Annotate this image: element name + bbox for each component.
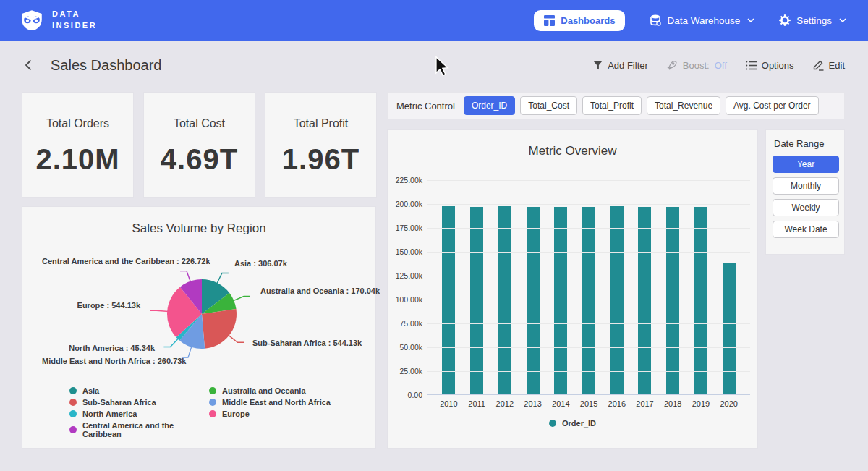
bar-2020[interactable] <box>723 263 736 394</box>
legend-dot <box>209 410 216 417</box>
gridline <box>427 276 750 276</box>
y-axis-tick: 75.00k <box>388 319 422 328</box>
legend-label: Central America and the Caribbean <box>82 421 209 438</box>
pie-legend-item-middle-east-and-north-africa[interactable]: Middle East and North Africa <box>209 398 359 407</box>
metric-button-avg-cost-per-order[interactable]: Avg. Cost per Order <box>726 96 819 115</box>
pie-legend-item-asia[interactable]: Asia <box>69 386 209 395</box>
gridline <box>427 228 750 229</box>
x-axis-label-2010: 2010 <box>435 399 463 408</box>
y-axis-tick: 0.00 <box>388 391 422 399</box>
metric-button-total-profit[interactable]: Total_Profit <box>582 96 642 115</box>
legend-dot <box>69 426 77 433</box>
kpi-label: Total Profit <box>294 117 349 130</box>
owl-logo-icon <box>19 9 45 31</box>
gridline <box>427 323 750 324</box>
boost-state: Off <box>715 60 727 71</box>
kpi-value: 4.69T <box>161 143 238 176</box>
pie-leader-line <box>150 310 169 311</box>
nav-settings-label: Settings <box>796 15 832 26</box>
pie-legend: AsiaAustralia and OceaniaSub-Saharan Afr… <box>69 386 359 438</box>
legend-label: Europe <box>222 410 250 418</box>
pie-legend-item-sub-saharan-africa[interactable]: Sub-Saharan Africa <box>69 398 209 407</box>
pie-callout-middle-east-and-north-africa: Middle East and North Africa : 260.73k <box>42 357 179 365</box>
kpi-value: 1.96T <box>282 143 359 176</box>
date-range-label: Date Range <box>773 138 838 149</box>
pie-callout-europe: Europe : 544.13k <box>42 301 140 310</box>
y-axis-tick: 225.00k <box>388 176 422 184</box>
edit-button[interactable]: Edit <box>813 59 845 71</box>
metric-button-total-revenue[interactable]: Total_Revenue <box>647 96 720 115</box>
x-axis-label-2017: 2017 <box>631 399 659 408</box>
pencil-icon <box>813 59 824 71</box>
metric-button-order-id[interactable]: Order_ID <box>464 96 515 115</box>
chevron-down-icon <box>839 18 846 22</box>
date-range-week-date-button[interactable]: Week Date <box>773 221 839 238</box>
database-icon <box>650 14 661 26</box>
y-axis-tick: 150.00k <box>388 247 422 256</box>
nav-settings[interactable]: Settings <box>779 14 846 26</box>
gridline <box>427 347 750 348</box>
pie-legend-item-australia-and-oceania[interactable]: Australia and Oceania <box>209 386 359 395</box>
kpi-label: Total Orders <box>46 117 109 130</box>
legend-label: Sub-Saharan Africa <box>82 398 156 407</box>
options-button[interactable]: Options <box>746 60 794 71</box>
boost-toggle[interactable]: Boost: Off <box>667 60 727 71</box>
pie-slice-sub-saharan-africa[interactable] <box>202 309 237 349</box>
gridline <box>427 300 750 300</box>
page-header: Sales Dashboard Add Filter Boost: Off <box>0 41 868 90</box>
x-axis-label-2011: 2011 <box>463 399 491 408</box>
bar-chart-title: Metric Overview <box>388 144 757 158</box>
pie-legend-item-europe[interactable]: Europe <box>209 410 359 418</box>
add-filter-button[interactable]: Add Filter <box>593 60 648 71</box>
dashboard-grid-icon <box>544 15 555 26</box>
boost-label: Boost: <box>683 60 710 71</box>
y-axis-tick: 25.00k <box>388 367 422 375</box>
bar-chart-x-axis: 2010201120122013201420152016201720182019… <box>427 399 750 408</box>
pie-legend-item-north-america[interactable]: North America <box>69 410 209 418</box>
options-label: Options <box>762 60 794 71</box>
chevron-down-icon <box>747 18 754 22</box>
bar-legend-label: Order_ID <box>562 419 596 428</box>
date-range-monthly-button[interactable]: Monthly <box>773 177 839 195</box>
kpi-card-total-profit: Total Profit 1.96T <box>265 92 377 198</box>
bar-chart-legend[interactable]: Order_ID <box>388 419 757 428</box>
kpi-value: 2.10M <box>35 143 119 176</box>
nav-dashboards-button[interactable]: Dashboards <box>534 10 625 31</box>
date-range-year-button[interactable]: Year <box>773 156 839 173</box>
y-axis-tick: 175.00k <box>388 224 422 232</box>
x-axis-label-2013: 2013 <box>519 399 547 408</box>
nav-dashboards-label: Dashboards <box>561 15 615 26</box>
x-axis-label-2015: 2015 <box>575 399 603 408</box>
y-axis-tick: 50.00k <box>388 343 422 352</box>
pie-leader-line <box>228 335 244 343</box>
pie-leader-line <box>232 297 250 302</box>
x-axis-label-2014: 2014 <box>547 399 575 408</box>
legend-dot <box>549 420 556 427</box>
nav-data-warehouse[interactable]: Data Warehouse <box>650 14 754 26</box>
pie-callout-north-america: North America : 45.34k <box>42 344 155 352</box>
pie-leader-line <box>216 273 229 284</box>
gear-icon <box>779 14 791 26</box>
x-axis-label-2019: 2019 <box>687 399 715 408</box>
metric-overview-card: Metric Overview 225.00k200.00k175.00k150… <box>387 129 758 449</box>
top-navbar: DATA INSIDER Dashboards Data Warehouse <box>0 0 868 41</box>
back-button[interactable] <box>23 58 33 72</box>
pie-leader-line <box>180 271 191 283</box>
legend-dot <box>69 410 77 417</box>
gridline <box>427 252 750 253</box>
legend-dot <box>209 399 216 406</box>
date-range-weekly-button[interactable]: Weekly <box>773 199 839 216</box>
kpi-card-total-cost: Total Cost 4.69T <box>143 92 255 198</box>
x-axis-label-2020: 2020 <box>715 399 743 408</box>
edit-label: Edit <box>829 60 845 71</box>
pie-legend-item-central-america-and-the-caribbean[interactable]: Central America and the Caribbean <box>69 421 209 438</box>
legend-label: North America <box>82 410 137 418</box>
metric-button-total-cost[interactable]: Total_Cost <box>520 96 577 115</box>
legend-dot <box>209 387 216 394</box>
chevron-left-icon <box>25 59 32 71</box>
sales-volume-by-region-card: Sales Volume by Region Asia : 306.07k Au… <box>22 206 376 449</box>
nav-data-warehouse-label: Data Warehouse <box>667 15 740 26</box>
add-filter-label: Add Filter <box>608 60 648 71</box>
bar-chart-plot-area <box>427 174 750 395</box>
date-range-panel: Date Range Year Monthly Weekly Week Date <box>765 129 845 255</box>
